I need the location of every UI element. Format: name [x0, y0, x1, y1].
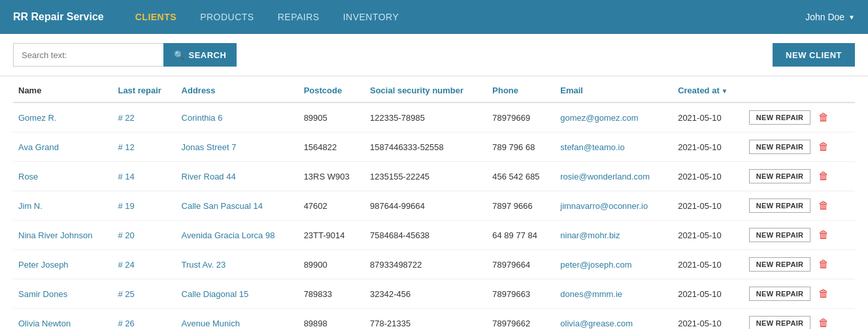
cell-email[interactable]: rosie@wonderland.com: [555, 162, 673, 191]
search-input[interactable]: [13, 43, 163, 67]
navbar: RR Repair Service CLIENTSPRODUCTSREPAIRS…: [0, 0, 868, 34]
cell-email[interactable]: jimnavarro@oconner.io: [555, 191, 673, 221]
cell-ssn: 122335-78985: [365, 102, 487, 133]
nav-link-clients[interactable]: CLIENTS: [124, 0, 188, 34]
action-cell: NEW REPAIR 🗑: [744, 221, 855, 250]
table-row: Nina River Johnson# 20Avenida Gracia Lor…: [13, 221, 855, 250]
search-button[interactable]: 🔍 SEARCH: [163, 43, 237, 67]
cell-email[interactable]: peter@joseph.com: [555, 250, 673, 279]
action-cell: NEW REPAIR 🗑: [744, 162, 855, 191]
col-header-address: Address: [176, 76, 299, 102]
cell-phone: 78979664: [487, 250, 555, 279]
cell-address[interactable]: Calle San Pascual 14: [176, 191, 299, 221]
table-row: Jim N.# 19Calle San Pascual 144760298764…: [13, 191, 855, 221]
cell-ssn: 778-21335: [365, 309, 487, 330]
cell-last_repair[interactable]: # 12: [112, 133, 176, 162]
new-repair-button[interactable]: NEW REPAIR: [749, 228, 810, 242]
cell-email[interactable]: ninar@mohr.biz: [555, 221, 673, 250]
cell-ssn: 7584684-45638: [365, 221, 487, 250]
col-header-created_at[interactable]: Created at ▼: [673, 76, 744, 102]
cell-created_at: 2021-05-10: [673, 191, 744, 221]
action-cell: NEW REPAIR 🗑: [744, 191, 855, 221]
delete-button[interactable]: 🗑: [814, 316, 833, 329]
delete-button[interactable]: 🗑: [814, 169, 833, 183]
table-row: Rose# 14River Road 4413RS W9031235155-22…: [13, 162, 855, 191]
cell-name[interactable]: Olivia Newton: [13, 309, 112, 330]
user-menu[interactable]: John Doe ▼: [805, 12, 855, 22]
cell-postcode: 47602: [299, 191, 365, 221]
action-cell: NEW REPAIR 🗑: [744, 309, 855, 330]
cell-created_at: 2021-05-10: [673, 162, 744, 191]
new-client-button[interactable]: NEW CLIENT: [773, 43, 855, 67]
clients-table-container: NameLast repairAddressPostcodeSocial sec…: [0, 76, 868, 329]
cell-address[interactable]: Jonas Street 7: [176, 133, 299, 162]
brand-title: RR Repair Service: [13, 11, 104, 23]
cell-address[interactable]: Corinthia 6: [176, 102, 299, 133]
cell-email[interactable]: gomez@gomez.com: [555, 102, 673, 133]
new-repair-button[interactable]: NEW REPAIR: [749, 169, 810, 183]
nav-link-repairs[interactable]: REPAIRS: [266, 0, 331, 34]
col-header-name: Name: [13, 76, 112, 102]
nav-link-products[interactable]: PRODUCTS: [188, 0, 266, 34]
delete-button[interactable]: 🗑: [814, 140, 833, 154]
table-row: Samir Dones# 25Calle Diagonal 1578983332…: [13, 279, 855, 309]
cell-name[interactable]: Rose: [13, 162, 112, 191]
new-repair-button[interactable]: NEW REPAIR: [749, 110, 810, 125]
cell-name[interactable]: Samir Dones: [13, 279, 112, 309]
cell-last_repair[interactable]: # 26: [112, 309, 176, 330]
cell-address[interactable]: Calle Diagonal 15: [176, 279, 299, 309]
cell-email[interactable]: stefan@teamo.io: [555, 133, 673, 162]
cell-name[interactable]: Nina River Johnson: [13, 221, 112, 250]
delete-button[interactable]: 🗑: [814, 110, 833, 125]
cell-created_at: 2021-05-10: [673, 309, 744, 330]
new-repair-button[interactable]: NEW REPAIR: [749, 198, 810, 213]
cell-ssn: 987644-99664: [365, 191, 487, 221]
nav-links: CLIENTSPRODUCTSREPAIRSINVENTORY: [124, 0, 411, 34]
cell-last_repair[interactable]: # 25: [112, 279, 176, 309]
cell-name[interactable]: Jim N.: [13, 191, 112, 221]
table-row: Ava Grand# 12Jonas Street 71564822158744…: [13, 133, 855, 162]
cell-postcode: 89898: [299, 309, 365, 330]
cell-last_repair[interactable]: # 24: [112, 250, 176, 279]
cell-address[interactable]: River Road 44: [176, 162, 299, 191]
col-header-email: Email: [555, 76, 673, 102]
action-cell: NEW REPAIR 🗑: [744, 133, 855, 162]
cell-name[interactable]: Gomez R.: [13, 102, 112, 133]
cell-email[interactable]: olivia@grease.com: [555, 309, 673, 330]
cell-last_repair[interactable]: # 19: [112, 191, 176, 221]
new-repair-button[interactable]: NEW REPAIR: [749, 287, 810, 301]
nav-link-inventory[interactable]: INVENTORY: [331, 0, 411, 34]
cell-ssn: 87933498722: [365, 250, 487, 279]
delete-button[interactable]: 🗑: [814, 257, 833, 272]
search-icon: 🔍: [174, 50, 185, 60]
sort-icon: ▼: [720, 87, 728, 95]
col-header-postcode: Postcode: [299, 76, 365, 102]
cell-address[interactable]: Trust Av. 23: [176, 250, 299, 279]
delete-button[interactable]: 🗑: [814, 228, 833, 242]
cell-last_repair[interactable]: # 14: [112, 162, 176, 191]
cell-last_repair[interactable]: # 20: [112, 221, 176, 250]
new-repair-button[interactable]: NEW REPAIR: [749, 257, 810, 272]
cell-name[interactable]: Ava Grand: [13, 133, 112, 162]
cell-name[interactable]: Peter Joseph: [13, 250, 112, 279]
cell-postcode: 89900: [299, 250, 365, 279]
cell-address[interactable]: Avenida Gracia Lorca 98: [176, 221, 299, 250]
new-repair-button[interactable]: NEW REPAIR: [749, 140, 810, 154]
search-button-label: SEARCH: [189, 50, 227, 60]
action-cell: NEW REPAIR 🗑: [744, 279, 855, 309]
col-header-ssn: Social security number: [365, 76, 487, 102]
delete-button[interactable]: 🗑: [814, 287, 833, 301]
search-area: 🔍 SEARCH: [13, 43, 237, 67]
clients-table: NameLast repairAddressPostcodeSocial sec…: [13, 76, 855, 329]
table-header: NameLast repairAddressPostcodeSocial sec…: [13, 76, 855, 102]
cell-email[interactable]: dones@mmm.ie: [555, 279, 673, 309]
action-cell: NEW REPAIR 🗑: [744, 250, 855, 279]
cell-created_at: 2021-05-10: [673, 102, 744, 133]
cell-phone: 78979662: [487, 309, 555, 330]
cell-phone: 78979669: [487, 102, 555, 133]
new-repair-button[interactable]: NEW REPAIR: [749, 316, 810, 329]
delete-button[interactable]: 🗑: [814, 198, 833, 213]
cell-address[interactable]: Avenue Munich: [176, 309, 299, 330]
cell-last_repair[interactable]: # 22: [112, 102, 176, 133]
cell-phone: 7897 9666: [487, 191, 555, 221]
